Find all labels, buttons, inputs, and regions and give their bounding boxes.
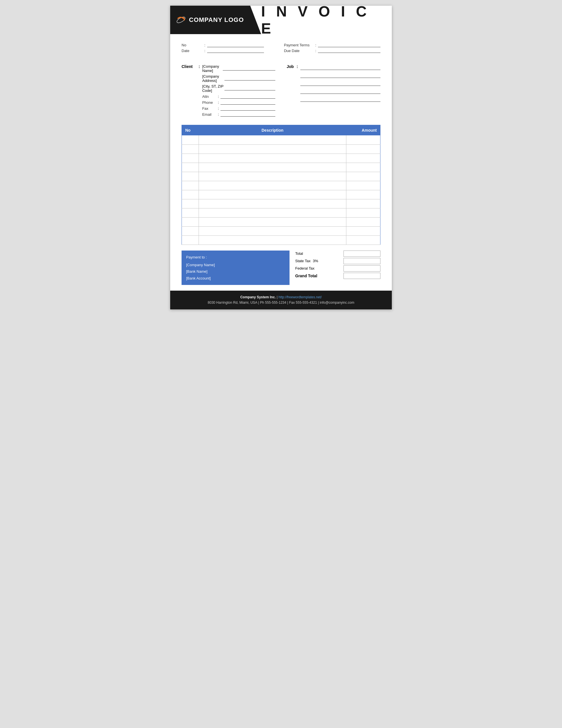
row-no[interactable] [182,226,199,235]
row-amount[interactable] [346,154,380,163]
row-no[interactable] [182,181,199,190]
due-date-colon: : [315,49,316,53]
job-line-4[interactable] [300,88,380,94]
date-value-line[interactable] [207,48,264,53]
state-tax-row: State Tax 3% [295,258,380,264]
table-row [182,172,380,181]
state-tax-label: State Tax [295,259,310,263]
row-amount[interactable] [346,172,380,181]
footer-website[interactable]: http://freewordtemplates.net/ [279,295,321,299]
city-zip-row: [City, ST, ZIP Code] [202,84,275,93]
job-line-1[interactable] [300,64,380,70]
attn-colon: : [218,94,219,99]
total-value-box[interactable] [343,251,380,257]
row-no[interactable] [182,172,199,181]
federal-tax-value-box[interactable] [343,265,380,272]
fax-label: Fax [202,106,218,111]
invoice-header: COMPANY LOGO I N V O I C E [170,6,392,34]
attn-label: Attn [202,94,218,99]
row-amount[interactable] [346,208,380,217]
job-line-2[interactable] [300,72,380,78]
company-address-line[interactable] [225,76,275,80]
email-colon: : [218,112,219,117]
col-header-no: No [182,125,199,136]
footer-line-1: Company System Inc. | http://freewordtem… [174,295,388,300]
row-no[interactable] [182,190,199,199]
row-description[interactable] [199,235,346,245]
table-row [182,235,380,245]
email-value[interactable] [221,112,275,117]
table-row [182,226,380,235]
row-no[interactable] [182,235,199,245]
row-no[interactable] [182,144,199,154]
row-description[interactable] [199,181,346,190]
payment-terms-row: Payment Terms : [284,43,380,47]
table-row [182,199,380,208]
grand-total-label: Grand Total [295,274,317,278]
grand-total-value-box[interactable] [343,273,380,279]
col-header-amount: Amount [346,125,380,136]
company-logo: COMPANY LOGO [176,15,244,25]
phone-value[interactable] [221,100,275,105]
row-no[interactable] [182,135,199,144]
city-zip-line[interactable] [225,86,275,90]
row-amount[interactable] [346,217,380,226]
row-amount[interactable] [346,163,380,172]
no-row: No : [182,43,273,47]
info-left: No : Date : [182,43,273,54]
table-row [182,217,380,226]
row-description[interactable] [199,135,346,144]
row-description[interactable] [199,208,346,217]
row-description[interactable] [199,199,346,208]
row-description[interactable] [199,163,346,172]
row-amount[interactable] [346,199,380,208]
company-address-row: [Company Address] [202,74,275,83]
row-amount[interactable] [346,144,380,154]
row-amount[interactable] [346,190,380,199]
table-row [182,163,380,172]
client-job-section: Client : [Company Name] [Company Address… [170,61,392,125]
payment-block: Payment to : [Company Name] [Bank Name] … [182,251,289,285]
table-section: No Description Amount [170,125,392,245]
row-description[interactable] [199,144,346,154]
payment-label: Payment to : [186,254,285,260]
row-no[interactable] [182,163,199,172]
table-body [182,135,380,245]
attn-value[interactable] [221,94,275,99]
table-row [182,154,380,163]
company-address-value: [Company Address] [202,74,225,83]
company-name-line[interactable] [223,66,275,71]
col-header-description: Description [199,125,346,136]
footer-line-2: 8030 Harrington Rd, Miami, USA | Ph 555-… [174,300,388,305]
row-description[interactable] [199,190,346,199]
row-amount[interactable] [346,235,380,245]
row-no[interactable] [182,208,199,217]
row-amount[interactable] [346,135,380,144]
federal-tax-row: Federal Tax [295,265,380,272]
client-fields: [Company Name] [Company Address] [City, … [202,64,275,118]
no-colon: : [204,43,206,47]
fax-value[interactable] [221,106,275,111]
email-label: Email [202,112,218,117]
row-amount[interactable] [346,226,380,235]
state-tax-labels: State Tax 3% [295,259,318,263]
row-no[interactable] [182,154,199,163]
payment-terms-value-line[interactable] [318,43,380,47]
row-description[interactable] [199,154,346,163]
row-description[interactable] [199,226,346,235]
row-no[interactable] [182,217,199,226]
due-date-row: Due Date : [284,48,380,53]
no-value-line[interactable] [207,43,264,47]
row-description[interactable] [199,217,346,226]
job-line-5[interactable] [300,96,380,102]
row-description[interactable] [199,172,346,181]
due-date-value-line[interactable] [318,48,380,53]
phone-row: Phone : [202,100,275,105]
table-row [182,190,380,199]
job-line-3[interactable] [300,80,380,86]
row-no[interactable] [182,199,199,208]
table-row [182,135,380,144]
row-amount[interactable] [346,181,380,190]
state-tax-value-box[interactable] [343,258,380,264]
company-name-value: [Company Name] [202,64,223,73]
